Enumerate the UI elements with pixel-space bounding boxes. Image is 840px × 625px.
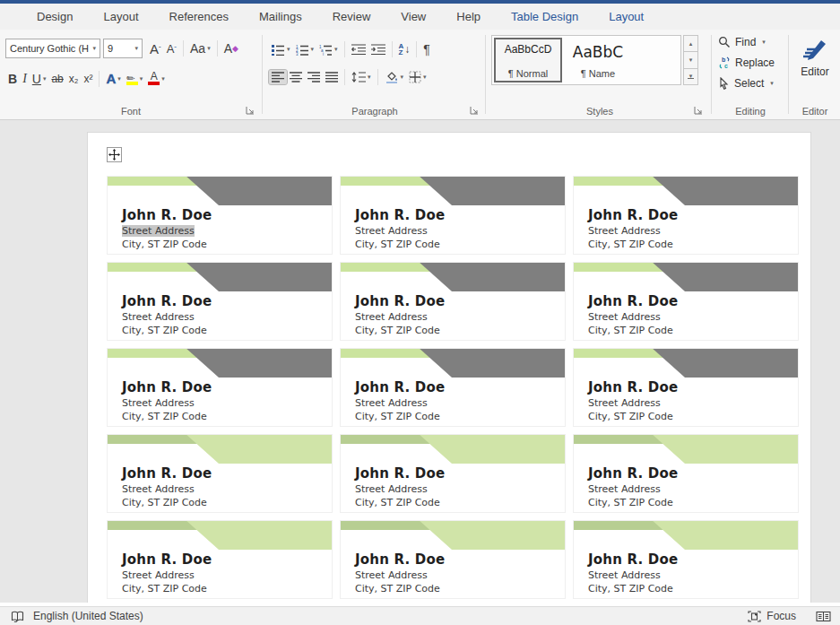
tab-help[interactable]: Help — [441, 4, 496, 30]
find-button[interactable]: Find ▾ — [718, 36, 766, 48]
bold-button[interactable]: B — [5, 70, 20, 88]
card-address-line1[interactable]: Street Address — [122, 310, 212, 324]
card-name[interactable]: John R. Doe — [588, 551, 678, 569]
card-address-line1[interactable]: Street Address — [355, 310, 445, 324]
font-size-combo[interactable]: 9 ▾ — [103, 39, 143, 58]
card-name[interactable]: John R. Doe — [588, 378, 678, 396]
card-address-line2[interactable]: City, ST ZIP Code — [588, 496, 678, 509]
card-address-line2[interactable]: City, ST ZIP Code — [355, 582, 445, 595]
card-name[interactable]: John R. Doe — [355, 551, 445, 569]
tab-table-design[interactable]: Table Design — [496, 4, 593, 30]
align-center-button[interactable] — [287, 70, 305, 84]
card-address-line1[interactable]: Street Address — [588, 310, 678, 324]
gallery-up-button[interactable]: ▴ — [683, 35, 698, 52]
numbering-button[interactable]: 123 ▾ — [293, 42, 317, 57]
label-card[interactable]: John R. DoeStreet AddressCity, ST ZIP Co… — [573, 520, 799, 599]
card-address-line1[interactable]: Street Address — [355, 569, 445, 582]
align-left-button[interactable] — [269, 70, 287, 84]
card-address-line2[interactable]: City, ST ZIP Code — [588, 582, 678, 595]
read-mode-icon[interactable] — [816, 611, 831, 622]
change-case-button[interactable]: Aa ▾ — [187, 39, 213, 57]
multilevel-list-button[interactable]: 1ai ▾ — [316, 42, 341, 57]
tab-view[interactable]: View — [385, 4, 441, 30]
label-card[interactable]: John R. DoeStreet AddressCity, ST ZIP Co… — [340, 348, 566, 427]
card-name[interactable]: John R. Doe — [355, 206, 445, 224]
subscript-button[interactable]: x₂ — [66, 71, 82, 87]
styles-dialog-launcher[interactable] — [694, 106, 705, 117]
editor-button[interactable]: Editor — [795, 37, 835, 78]
underline-button[interactable]: U ▾ — [30, 70, 49, 88]
card-address-line2[interactable]: City, ST ZIP Code — [588, 324, 678, 337]
label-card[interactable]: John R. DoeStreet AddressCity, ST ZIP Co… — [573, 262, 799, 341]
tab-layout[interactable]: Layout — [593, 4, 659, 30]
increase-indent-button[interactable] — [368, 42, 388, 56]
label-card[interactable]: John R. DoeStreet AddressCity, ST ZIP Co… — [107, 348, 333, 427]
card-address-line2[interactable]: City, ST ZIP Code — [122, 238, 212, 251]
highlight-button[interactable]: ✎ ▾ — [124, 70, 146, 87]
font-color-button[interactable]: A ▾ — [145, 70, 168, 87]
card-address-line2[interactable]: City, ST ZIP Code — [122, 324, 212, 337]
card-name[interactable]: John R. Doe — [355, 292, 445, 310]
card-address-line2[interactable]: City, ST ZIP Code — [588, 238, 678, 251]
card-address-line1[interactable]: Street Address — [122, 569, 212, 582]
document-page[interactable]: John R. DoeStreet AddressCity, ST ZIP Co… — [87, 132, 811, 603]
justify-button[interactable] — [323, 70, 341, 84]
label-card[interactable]: John R. DoeStreet AddressCity, ST ZIP Co… — [107, 176, 333, 255]
gallery-more-button[interactable]: ▾ — [683, 69, 698, 85]
tab-design[interactable]: Design — [22, 4, 88, 30]
label-card[interactable]: John R. DoeStreet AddressCity, ST ZIP Co… — [107, 434, 333, 513]
card-address-line1[interactable]: Street Address — [122, 482, 212, 496]
card-name[interactable]: John R. Doe — [122, 551, 212, 569]
label-card[interactable]: John R. DoeStreet AddressCity, ST ZIP Co… — [573, 434, 799, 513]
tab-review[interactable]: Review — [317, 4, 386, 30]
card-name[interactable]: John R. Doe — [355, 464, 445, 482]
replace-button[interactable]: bc Replace — [718, 56, 775, 69]
tab-references[interactable]: References — [154, 4, 244, 30]
card-name[interactable]: John R. Doe — [122, 206, 212, 224]
font-name-combo[interactable]: Century Gothic (H ▾ — [5, 39, 100, 58]
card-address-line2[interactable]: City, ST ZIP Code — [355, 496, 445, 509]
align-right-button[interactable] — [305, 70, 323, 84]
label-card[interactable]: John R. DoeStreet AddressCity, ST ZIP Co… — [573, 348, 799, 427]
sort-button[interactable]: A Z ↓ — [396, 41, 413, 57]
label-card[interactable]: John R. DoeStreet AddressCity, ST ZIP Co… — [340, 520, 566, 599]
paragraph-dialog-launcher[interactable] — [470, 106, 481, 117]
label-card[interactable]: John R. DoeStreet AddressCity, ST ZIP Co… — [573, 176, 799, 255]
card-address-line2[interactable]: City, ST ZIP Code — [355, 238, 445, 251]
superscript-button[interactable]: x² — [81, 71, 95, 87]
card-address-line2[interactable]: City, ST ZIP Code — [122, 582, 212, 595]
italic-button[interactable]: I — [20, 70, 30, 88]
card-address-line2[interactable]: City, ST ZIP Code — [122, 496, 212, 509]
style-name-style[interactable]: AaBbC ¶ Name — [564, 38, 632, 82]
strikethrough-button[interactable]: ab — [48, 71, 65, 87]
card-address-line2[interactable]: City, ST ZIP Code — [355, 324, 445, 337]
card-address-line2[interactable]: City, ST ZIP Code — [122, 410, 212, 423]
shading-button[interactable]: ▾ — [382, 69, 407, 85]
language-status[interactable]: English (United States) — [33, 610, 143, 622]
style-normal[interactable]: AaBbCcD ¶ Normal — [494, 38, 562, 82]
card-address-line1[interactable]: Street Address — [355, 224, 445, 238]
tab-mailings[interactable]: Mailings — [244, 4, 317, 30]
label-card[interactable]: John R. DoeStreet AddressCity, ST ZIP Co… — [107, 262, 333, 341]
card-address-line1[interactable]: Street Address — [355, 482, 445, 496]
label-card[interactable]: John R. DoeStreet AddressCity, ST ZIP Co… — [107, 520, 333, 599]
shrink-font-button[interactable]: Aˇ — [164, 40, 179, 57]
select-button[interactable]: Select ▾ — [718, 77, 774, 90]
font-dialog-launcher[interactable] — [246, 106, 256, 117]
card-address-line1[interactable]: Street Address — [588, 396, 678, 410]
clear-formatting-button[interactable]: A ◆ — [221, 39, 241, 57]
tab-layout[interactable]: Layout — [88, 4, 153, 30]
card-name[interactable]: John R. Doe — [122, 378, 212, 396]
card-name[interactable]: John R. Doe — [355, 378, 445, 396]
grow-font-button[interactable]: Aˆ — [147, 39, 164, 58]
line-spacing-button[interactable]: ▾ — [349, 70, 374, 84]
card-address-line1[interactable]: Street Address — [122, 396, 212, 410]
card-name[interactable]: John R. Doe — [588, 464, 678, 482]
selected-text[interactable]: Street Address — [122, 225, 195, 237]
card-name[interactable]: John R. Doe — [588, 206, 678, 224]
card-address-line2[interactable]: City, ST ZIP Code — [355, 410, 445, 423]
card-address-line1[interactable]: Street Address — [588, 224, 678, 238]
proofing-book-icon[interactable] — [11, 611, 24, 622]
card-name[interactable]: John R. Doe — [122, 292, 212, 310]
card-address-line1[interactable]: Street Address — [355, 396, 445, 410]
